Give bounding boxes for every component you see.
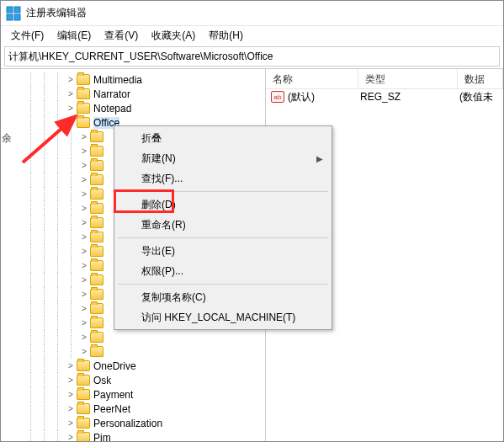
tree-label: Narrator [93, 88, 130, 100]
folder-icon [77, 418, 90, 429]
ctx-find[interactable]: 查找(F)... [116, 168, 330, 189]
folder-icon [77, 117, 90, 128]
ctx-collapse[interactable]: 折叠 [116, 128, 330, 148]
menu-file[interactable]: 文件(F) [4, 27, 50, 45]
tree-item[interactable]: > [1, 344, 265, 359]
svg-rect-2 [7, 14, 13, 20]
expander-icon[interactable]: > [78, 290, 90, 299]
svg-rect-0 [7, 7, 13, 13]
expander-icon[interactable]: > [65, 75, 77, 84]
expander-icon[interactable]: > [78, 304, 90, 313]
expander-icon[interactable]: > [65, 89, 77, 99]
expander-icon[interactable]: > [78, 189, 90, 199]
folder-icon [77, 360, 90, 371]
folder-icon [77, 432, 90, 441]
svg-rect-1 [14, 7, 20, 13]
menu-help[interactable]: 帮助(H) [202, 27, 250, 45]
value-type: REG_SZ [360, 91, 459, 103]
folder-icon [90, 203, 103, 214]
expander-icon[interactable]: > [78, 347, 90, 356]
ctx-copy-key-name[interactable]: 复制项名称(C) [116, 287, 330, 307]
tree-item-osk[interactable]: >Osk [1, 373, 265, 387]
expander-icon[interactable]: > [78, 318, 90, 328]
folder-icon [77, 88, 90, 99]
folder-icon [90, 232, 103, 242]
tree-item-narrator[interactable]: >Narrator [1, 87, 265, 101]
list-row[interactable]: ab (默认) REG_SZ (数值未 [266, 89, 503, 104]
context-menu: 折叠 新建(N)▶ 查找(F)... 删除(D) 重命名(R) 导出(E) 权限… [114, 125, 332, 330]
expander-icon[interactable]: > [78, 232, 90, 242]
tree-item-pim[interactable]: >Pim [1, 430, 265, 441]
expander-icon[interactable]: > [78, 146, 90, 156]
folder-icon [77, 74, 90, 85]
expander-icon[interactable]: > [78, 261, 90, 270]
folder-icon [90, 274, 103, 285]
expander-icon[interactable]: > [65, 104, 77, 113]
expander-icon[interactable]: > [78, 218, 90, 227]
ctx-delete[interactable]: 删除(D) [116, 194, 330, 215]
col-header-name[interactable]: 名称 [266, 69, 358, 88]
tree-item-notepad[interactable]: >Notepad [1, 101, 265, 115]
col-header-type[interactable]: 类型 [358, 69, 458, 88]
folder-icon [90, 146, 103, 157]
folder-icon [77, 389, 90, 400]
svg-rect-3 [14, 14, 20, 20]
expander-icon[interactable]: > [78, 247, 90, 256]
folder-icon [90, 303, 103, 314]
ctx-new[interactable]: 新建(N)▶ [116, 148, 330, 168]
expander-icon[interactable]: > [78, 275, 90, 285]
folder-icon [90, 289, 103, 300]
ctx-goto-hklm[interactable]: 访问 HKEY_LOCAL_MACHINE(T) [116, 307, 330, 328]
expander-icon[interactable]: > [78, 333, 90, 342]
folder-icon [90, 346, 103, 357]
tree-label: Osk [93, 375, 111, 386]
folder-icon [90, 246, 103, 257]
folder-icon [90, 131, 103, 142]
string-value-icon: ab [271, 91, 284, 103]
folder-icon [77, 103, 90, 114]
tree-item-personalization[interactable]: >Personalization [1, 416, 265, 430]
ctx-permissions[interactable]: 权限(P)... [116, 261, 330, 281]
menu-favorites[interactable]: 收藏夹(A) [145, 27, 202, 45]
value-data: (数值未 [459, 90, 503, 104]
menu-view[interactable]: 查看(V) [98, 27, 145, 45]
tree-label: Personalization [93, 418, 162, 429]
folder-icon [90, 217, 103, 228]
expander-icon[interactable]: v [65, 118, 77, 127]
address-path: 计算机\HKEY_CURRENT_USER\Software\Microsoft… [8, 50, 273, 64]
folder-icon [90, 160, 103, 171]
chevron-right-icon: ▶ [316, 154, 323, 163]
tree-item-onedrive[interactable]: >OneDrive [1, 359, 265, 373]
ctx-export[interactable]: 导出(E) [116, 241, 330, 261]
expander-icon[interactable]: > [65, 361, 77, 370]
expander-icon[interactable]: > [78, 161, 90, 170]
expander-icon[interactable]: > [65, 404, 77, 413]
expander-icon[interactable]: > [65, 433, 77, 441]
expander-icon[interactable]: > [78, 175, 90, 184]
folder-icon [90, 317, 103, 328]
list-header: 名称 类型 数据 [266, 69, 503, 89]
expander-icon[interactable]: > [65, 390, 77, 399]
expander-icon[interactable]: > [78, 132, 90, 141]
expander-icon[interactable]: > [65, 418, 77, 428]
col-header-data[interactable]: 数据 [458, 69, 503, 88]
menu-edit[interactable]: 编辑(E) [50, 27, 98, 45]
tree-item[interactable]: > [1, 330, 265, 344]
menubar: 文件(F) 编辑(E) 查看(V) 收藏夹(A) 帮助(H) [1, 26, 503, 45]
titlebar[interactable]: 注册表编辑器 [1, 1, 503, 26]
folder-icon [77, 403, 90, 414]
folder-icon [90, 260, 103, 271]
folder-icon [90, 174, 103, 185]
address-bar[interactable]: 计算机\HKEY_CURRENT_USER\Software\Microsoft… [4, 46, 500, 67]
folder-icon [77, 375, 90, 386]
separator [118, 191, 328, 192]
ctx-rename[interactable]: 重命名(R) [116, 215, 330, 235]
tree-label: Multimedia [93, 74, 142, 86]
tree-item-payment[interactable]: >Payment [1, 387, 265, 402]
tree-label: Pim [93, 432, 111, 442]
expander-icon[interactable]: > [65, 375, 77, 385]
tree-item-peernet[interactable]: >PeerNet [1, 402, 265, 416]
expander-icon[interactable]: > [78, 204, 90, 213]
window-title: 注册表编辑器 [26, 6, 87, 20]
tree-item-multimedia[interactable]: >Multimedia [1, 72, 265, 87]
